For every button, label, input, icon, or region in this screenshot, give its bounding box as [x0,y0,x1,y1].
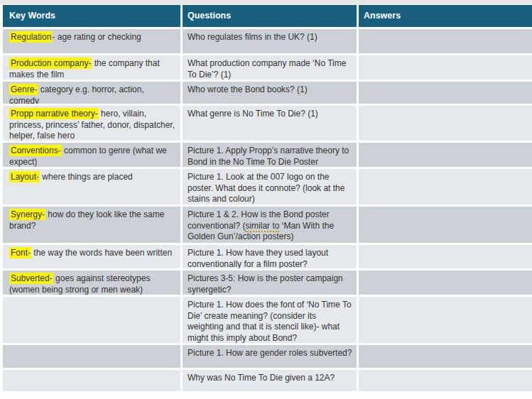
question-cell: Pictures 3-5: How is the poster campaign… [183,270,357,295]
table-row: Layout- where things are placed Picture … [3,169,532,204]
table-row: Subverted- goes against stereotypes (wom… [3,270,532,295]
keyword-cell [3,297,180,343]
question-cell: Picture 1 & 2. How is the Bond poster co… [183,207,357,243]
table-header-row: Key Words Questions Answers [3,5,532,27]
keyword-cell: Genre- category e.g. horror, action, com… [3,82,180,104]
keywords-questions-table: Key Words Questions Answers Regulation- … [3,5,532,393]
keyword-highlight: Conventions- [9,145,62,156]
keyword-cell: Production company- the company that mak… [3,55,180,80]
answer-cell[interactable] [359,143,532,167]
keyword-cell: Propp narrative theory- hero, villain, p… [3,106,180,141]
question-cell: Picture 1. Look at the 007 logo on the p… [183,169,357,204]
table-row: Picture 1. How does the font of ‘No Time… [3,297,532,343]
table-row: Conventions- common to genre (what we ex… [3,143,532,167]
table-row: Why was No Time To Die given a 12A? [3,370,532,391]
question-cell: Who wrote the Bond books? (1) [183,82,357,104]
keyword-cell [3,370,180,391]
table-row: Production company- the company that mak… [3,55,532,80]
table-row: Propp narrative theory- hero, villain, p… [3,106,532,141]
question-cell: Picture 1. How are gender roles subverte… [183,345,357,368]
keyword-cell: Font- the way the words have been writte… [3,245,180,268]
header-cell-questions: Questions [183,5,357,27]
answer-cell[interactable] [359,297,532,343]
keyword-highlight: Propp narrative theory- [9,108,99,119]
question-cell: Picture 1. Apply Propp’s narrative theor… [183,143,357,167]
question-cell: Who regulates films in the UK? (1) [183,29,357,53]
keyword-cell: Regulation- age rating or checking [3,29,180,53]
answer-cell[interactable] [359,106,532,141]
table-row: Picture 1. How are gender roles subverte… [3,345,532,368]
answer-cell[interactable] [359,29,532,53]
keyword-definition: - age rating or checking [52,32,141,42]
table-row: Genre- category e.g. horror, action, com… [3,82,532,104]
keyword-highlight: Layout- [9,171,40,182]
question-cell: Picture 1. How does the font of ‘No Time… [183,297,357,343]
keyword-cell: Layout- where things are placed [3,169,180,204]
answer-cell[interactable] [359,345,532,368]
table-row: Regulation- age rating or checking Who r… [3,29,532,53]
question-cell: Picture 1. How have they used layout con… [183,245,357,268]
header-cell-answers: Answers [359,5,532,27]
worksheet-page: Key Words Questions Answers Regulation- … [0,0,532,399]
table-row: Synergy- how do they look like the same … [3,207,532,243]
keyword-cell [3,345,180,368]
question-cell: Why was No Time To Die given a 12A? [183,370,357,391]
keyword-cell: Conventions- common to genre (what we ex… [3,143,180,167]
question-cell: What production company made ‘No Time To… [183,55,357,80]
keyword-definition: the way the words have been written [31,248,172,258]
page-top-strip [0,0,532,4]
table-row: Font- the way the words have been writte… [3,245,532,268]
keyword-highlight: Genre- [9,84,38,95]
answer-cell[interactable] [359,270,532,295]
answer-cell[interactable] [359,82,532,104]
answer-cell[interactable] [359,245,532,268]
answer-cell[interactable] [359,169,532,204]
header-cell-keywords: Key Words [3,5,180,27]
keyword-highlight: Subverted- [9,273,53,284]
keyword-cell: Synergy- how do they look like the same … [3,207,180,243]
keyword-cell: Subverted- goes against stereotypes (wom… [3,270,180,295]
keyword-definition: where things are placed [40,172,133,182]
keyword-highlight: Regulation [9,31,52,43]
answer-cell[interactable] [359,370,532,391]
answer-cell[interactable] [359,55,532,80]
keyword-highlight: Font- [9,247,31,258]
answer-cell[interactable] [359,207,532,243]
question-cell: What genre is No Time To Die? (1) [183,106,357,141]
keyword-highlight: Synergy- [9,209,45,220]
spellcheck-underlined-text: similar to [245,221,279,232]
keyword-highlight: Production company- [9,58,92,69]
